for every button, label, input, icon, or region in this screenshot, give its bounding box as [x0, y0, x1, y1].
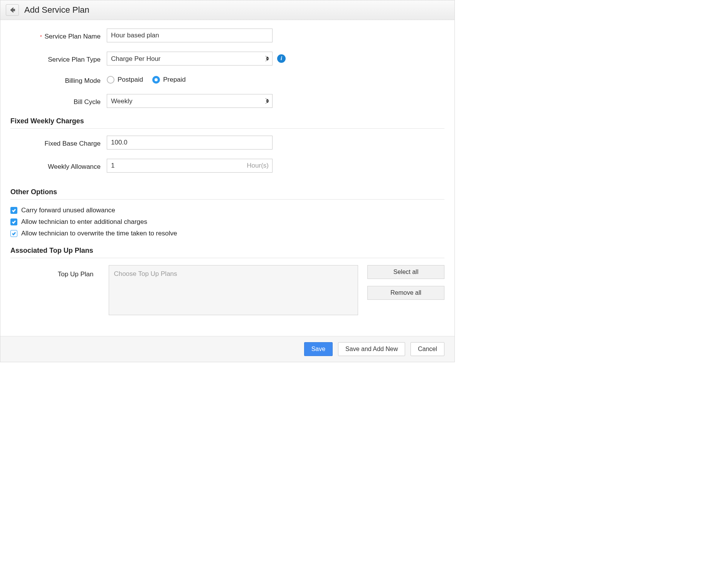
- opt-additional-charges[interactable]: Allow technician to enter additional cha…: [10, 218, 444, 226]
- checkbox-label: Allow technician to enter additional cha…: [21, 218, 147, 226]
- label-text: Service Plan Name: [44, 33, 101, 40]
- weekly-allowance-input[interactable]: [107, 159, 273, 173]
- radio-label: Postpaid: [118, 76, 143, 84]
- field-label-bill-cycle: Bill Cycle: [10, 96, 107, 106]
- checkbox-icon[interactable]: [10, 230, 17, 237]
- titlebar: Add Service Plan: [0, 0, 454, 20]
- billing-mode-radio-group: Postpaid Prepaid: [107, 76, 186, 84]
- opt-overwrite-time[interactable]: Allow technician to overwrite the time t…: [10, 230, 444, 237]
- radio-icon: [152, 76, 160, 84]
- bill-cycle-select[interactable]: Weekly: [107, 94, 273, 108]
- section-other-options: Other Options: [10, 188, 444, 200]
- radio-icon: [107, 76, 114, 84]
- topup-plan-picker[interactable]: Choose Top Up Plans: [109, 265, 358, 315]
- field-label-base-charge: Fixed Base Charge: [10, 138, 107, 148]
- checkbox-label: Allow technician to overwrite the time t…: [21, 230, 177, 237]
- info-icon[interactable]: i: [277, 54, 286, 63]
- opt-carry-forward[interactable]: Carry forward unused allowance: [10, 207, 444, 214]
- section-topup: Associated Top Up Plans: [10, 247, 444, 258]
- field-label-topup: Top Up Plan: [10, 265, 99, 278]
- billing-mode-postpaid[interactable]: Postpaid: [107, 76, 143, 84]
- arrow-left-icon: [9, 7, 15, 13]
- form-area: * Service Plan Name Service Plan Type Ch…: [0, 20, 454, 327]
- remove-all-button[interactable]: Remove all: [367, 286, 444, 300]
- save-and-add-new-button[interactable]: Save and Add New: [338, 342, 405, 356]
- other-options-list: Carry forward unused allowance Allow tec…: [10, 207, 444, 237]
- checkbox-label: Carry forward unused allowance: [21, 207, 115, 214]
- select-all-button[interactable]: Select all: [367, 265, 444, 279]
- cancel-button[interactable]: Cancel: [411, 342, 444, 356]
- save-button[interactable]: Save: [304, 342, 333, 356]
- field-label-name: * Service Plan Name: [10, 30, 107, 40]
- footer: Save Save and Add New Cancel: [0, 336, 454, 362]
- service-plan-type-select-el[interactable]: Charge Per Hour: [107, 52, 273, 66]
- field-label-billing-mode: Billing Mode: [10, 75, 107, 85]
- back-button[interactable]: [6, 4, 19, 16]
- radio-label: Prepaid: [163, 76, 186, 84]
- checkbox-icon[interactable]: [10, 207, 17, 214]
- checkbox-icon[interactable]: [10, 218, 17, 225]
- page-title: Add Service Plan: [24, 5, 89, 15]
- field-label-weekly-allowance: Weekly Allowance: [10, 161, 107, 171]
- service-plan-name-input[interactable]: [107, 29, 273, 42]
- service-plan-type-select[interactable]: Charge Per Hour: [107, 52, 273, 66]
- add-service-plan-window: Add Service Plan * Service Plan Name Ser…: [0, 0, 455, 362]
- billing-mode-prepaid[interactable]: Prepaid: [152, 76, 186, 84]
- required-mark: *: [40, 34, 42, 40]
- placeholder-text: Choose Top Up Plans: [114, 270, 177, 277]
- section-fixed-charges: Fixed Weekly Charges: [10, 117, 444, 129]
- bill-cycle-select-el[interactable]: Weekly: [107, 94, 273, 108]
- fixed-base-charge-input[interactable]: [107, 136, 273, 150]
- field-label-type: Service Plan Type: [10, 54, 107, 64]
